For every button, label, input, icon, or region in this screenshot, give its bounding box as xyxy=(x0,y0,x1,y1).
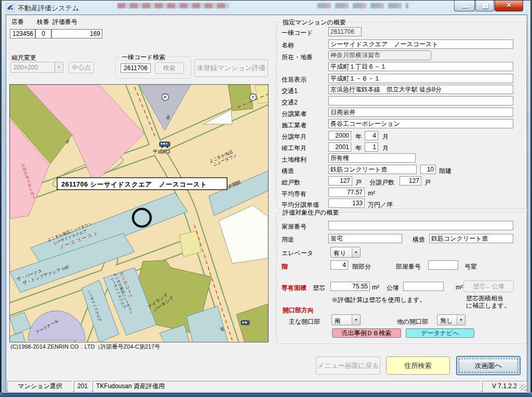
edaban-label: 枝番 xyxy=(37,18,49,27)
built-year-unit: 年 xyxy=(355,144,362,153)
background-bleed-artifact xyxy=(317,3,408,8)
app-icon xyxy=(6,4,15,12)
elevator-select[interactable]: 有り ▼ xyxy=(330,247,361,258)
titlebar[interactable]: 不動産評価システム ✕ xyxy=(2,1,530,15)
built-year-field[interactable] xyxy=(328,142,351,152)
parking-icon: P xyxy=(162,94,169,101)
map-copyright: (C)1998-2014 ZENRIN CO．LTD（許諾番号Z04-C第217… xyxy=(10,343,160,351)
background-bleed-artifact xyxy=(117,3,229,8)
code-search-field[interactable] xyxy=(121,63,151,73)
floors-unit: 階建 xyxy=(439,167,451,176)
sale-year-field[interactable] xyxy=(328,131,351,140)
bus-icon xyxy=(241,321,249,325)
client-area: 店番 枝番 評価番号 縮尺変更 200×200 ▼ 中心点 一棟コード検索 検索… xyxy=(6,15,527,392)
other-opening-label: 他の開口部 xyxy=(397,317,428,326)
data-navi-button[interactable]: データナビへ xyxy=(406,328,474,338)
room-unit: 号室 xyxy=(464,262,477,271)
unregistered-mansion-button[interactable]: 未登録マンション評価 xyxy=(194,59,268,77)
wall-core-label: 壁芯 xyxy=(313,284,325,293)
svg-text:2611706 シーサイドスクエア ノースコースト: 2611706 シーサイドスクエア ノースコースト xyxy=(61,181,207,188)
desktop-background: 不動産評価システム ✕ 店番 枝番 評価番号 縮尺変更 200×200 ▼ xyxy=(0,0,532,397)
back-to-menu-button[interactable]: メニュー画面に戻る xyxy=(316,356,380,375)
status-code: 201 xyxy=(74,381,91,392)
unit-structure-field[interactable] xyxy=(429,234,513,243)
tenban-field[interactable] xyxy=(10,29,35,38)
use-field[interactable] xyxy=(328,234,402,243)
floor-unit: 階部分 xyxy=(352,262,371,271)
tenban-label: 店番 xyxy=(11,18,24,27)
location-label: 所在・地番 xyxy=(282,53,313,62)
edaban-field[interactable] xyxy=(35,29,51,38)
sold-units-unit: 戸 xyxy=(424,178,431,187)
avg-price-unit: 万円／坪 xyxy=(368,201,393,209)
sale-month-field[interactable] xyxy=(365,131,378,140)
correction-note-line2: に補正します。 xyxy=(466,301,510,310)
status-mode: マンション選択 xyxy=(7,381,73,392)
minimize-button[interactable] xyxy=(454,1,475,11)
seller-field[interactable] xyxy=(328,108,513,117)
total-units-label: 総戸数 xyxy=(282,178,300,187)
land-right-label: 土地権利 xyxy=(282,155,307,164)
name-field[interactable] xyxy=(328,39,513,49)
room-number-label: 部屋番号 xyxy=(396,262,421,271)
house-number-field[interactable] xyxy=(328,221,513,230)
location-pref-field[interactable] xyxy=(328,50,431,60)
builder-field[interactable] xyxy=(328,119,513,128)
maximize-button[interactable] xyxy=(475,1,494,11)
code-search-button[interactable]: 検索 xyxy=(155,62,184,74)
center-point-button[interactable]: 中心点 xyxy=(69,62,94,73)
structure-field[interactable] xyxy=(328,165,417,174)
traffic1-field[interactable] xyxy=(328,85,513,94)
location-addr-field[interactable] xyxy=(328,62,513,71)
hyoban-field[interactable] xyxy=(51,29,102,38)
main-opening-select[interactable]: 南 ▼ xyxy=(331,314,361,325)
use-label: 用途 xyxy=(282,235,294,244)
land-right-field[interactable] xyxy=(328,153,416,163)
svg-text:T: T xyxy=(252,95,255,100)
scale-select[interactable]: 200×200 ▼ xyxy=(10,62,63,73)
avg-area-unit: m² xyxy=(368,190,375,197)
minimize-icon xyxy=(462,6,468,8)
floor-label: 階 xyxy=(282,262,288,271)
resize-grip[interactable] xyxy=(520,384,526,391)
app-window: 不動産評価システム ✕ 店番 枝番 評価番号 縮尺変更 200×200 ▼ xyxy=(1,0,531,393)
sale-case-db-search-button[interactable]: 売出事例ＤＢ検索 xyxy=(332,328,401,338)
built-month-field[interactable] xyxy=(365,142,378,152)
house-number-label: 家屋番号 xyxy=(282,222,307,231)
chevron-down-icon: ▼ xyxy=(352,247,360,257)
window-title: 不動産評価システム xyxy=(18,4,79,13)
traffic2-label: 交通2 xyxy=(282,98,298,107)
address-search-button[interactable]: 住所検索 xyxy=(386,356,450,375)
structure-label: 構造 xyxy=(282,167,294,176)
svg-text:P: P xyxy=(164,95,167,100)
main-opening-label: 主な開口部 xyxy=(289,317,320,326)
hyoban-label: 評価番号 xyxy=(52,18,77,27)
unit-structure-label: 構造 xyxy=(413,235,425,244)
floors-field[interactable] xyxy=(420,165,436,174)
avg-price-field[interactable] xyxy=(328,198,365,208)
map[interactable]: よこすか海辺ニュータウン シーサイドスクエア ノースコースト ザ・パークス ザ・… xyxy=(10,85,268,342)
floor-field[interactable] xyxy=(330,260,348,270)
registry-field[interactable] xyxy=(403,282,444,291)
next-screen-button[interactable]: 次画面へ xyxy=(456,356,521,375)
opening-direction-label: 開口部方向 xyxy=(283,306,314,315)
other-opening-select[interactable]: 無し ▼ xyxy=(437,314,466,325)
total-units-field[interactable] xyxy=(328,176,352,186)
close-button[interactable]: ✕ xyxy=(495,1,523,11)
wall-core-unit: m² xyxy=(372,284,379,291)
chevron-down-icon: ▼ xyxy=(352,315,360,325)
wall-from-registry-button[interactable]: 壁芯←公簿 xyxy=(463,281,514,292)
wall-core-field[interactable] xyxy=(330,282,370,291)
display-address-label: 住居表示 xyxy=(282,75,307,84)
traffic2-field[interactable] xyxy=(328,96,513,105)
close-icon: ✕ xyxy=(506,2,511,9)
sale-month-unit: 月 xyxy=(382,133,389,141)
code-field[interactable] xyxy=(328,27,362,36)
maximize-icon xyxy=(482,4,488,8)
sale-ym-label: 分譲年月 xyxy=(282,133,307,141)
sold-units-field[interactable] xyxy=(400,176,421,186)
room-number-field[interactable] xyxy=(428,260,458,270)
built-month-unit: 月 xyxy=(382,144,389,153)
display-address-field[interactable] xyxy=(328,74,513,83)
avg-area-field[interactable] xyxy=(328,188,365,197)
